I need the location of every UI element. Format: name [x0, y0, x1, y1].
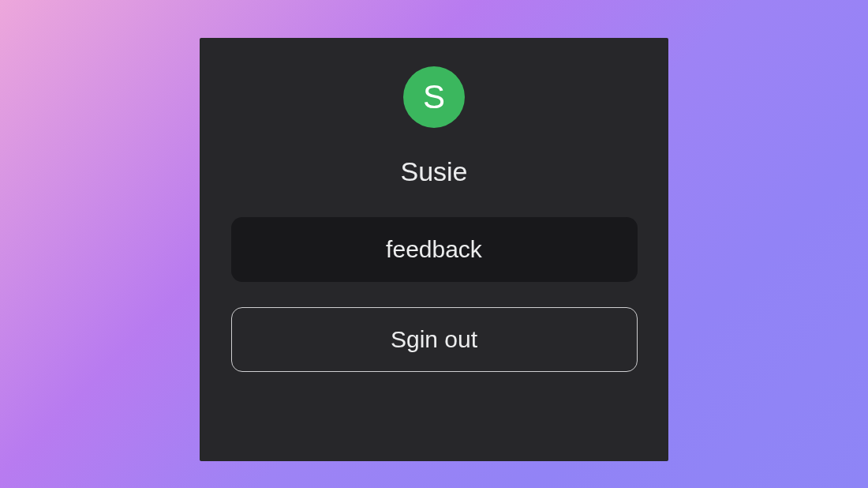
signout-button[interactable]: Sgin out	[231, 307, 638, 372]
avatar-initial: S	[423, 78, 445, 116]
feedback-button-label: feedback	[386, 236, 482, 263]
username-label: Susie	[400, 156, 467, 187]
signout-button-label: Sgin out	[391, 326, 477, 353]
feedback-button[interactable]: feedback	[231, 217, 638, 282]
avatar: S	[403, 66, 465, 128]
profile-card: S Susie feedback Sgin out	[200, 38, 668, 461]
